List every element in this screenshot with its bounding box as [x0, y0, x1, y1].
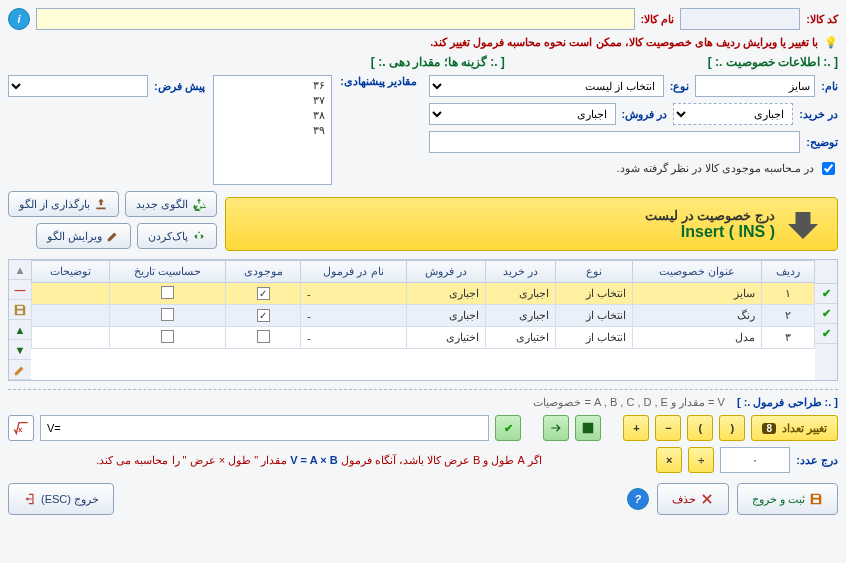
formula-hint-pre: اگر A طول و B عرض کالا باشد، آنگاه فرمول — [341, 454, 542, 466]
list-item[interactable]: ۳۶ — [218, 78, 328, 93]
insert-label-1: درج خصوصیت در لیست — [645, 208, 775, 223]
options-section-title: [ .: گزینه ها؛ مقدار دهی .: ] — [371, 55, 505, 69]
specs-grid[interactable]: ردیف عنوان خصوصیت نوع در خرید در فروش نا… — [31, 260, 815, 380]
delete-row-tool[interactable]: — — [9, 280, 31, 300]
paren-open-button[interactable]: ( — [719, 415, 745, 441]
edit-row-tool[interactable] — [9, 360, 31, 380]
tip-text: با تغییر یا ویرایش ردیف های خصوصیت کالا،… — [430, 36, 818, 49]
inventory-checkbox[interactable] — [822, 162, 835, 175]
col-row[interactable]: ردیف — [761, 261, 815, 283]
formula-input[interactable] — [40, 415, 489, 441]
spec-type-select[interactable]: انتخاب از لیست — [429, 75, 664, 97]
plus-button[interactable]: + — [623, 415, 649, 441]
scroll-up-tool[interactable]: ▲ — [9, 260, 31, 280]
col-buy[interactable]: در خرید — [486, 261, 556, 283]
recycle-icon — [192, 197, 206, 211]
table-row[interactable]: ۱سایزانتخاب ازاجباریاجباری- — [32, 283, 815, 305]
info-icon[interactable]: i — [8, 8, 30, 30]
exit-button[interactable]: خروج (ESC) — [8, 483, 114, 515]
spec-buy-select[interactable]: اجباری — [673, 103, 793, 125]
list-item[interactable]: ۳۷ — [218, 93, 328, 108]
arrow-right-icon — [549, 421, 563, 435]
clear-button[interactable]: پاک‌کردن — [137, 223, 217, 249]
clear-label: پاک‌کردن — [148, 230, 188, 243]
formula-check-button[interactable]: ✔ — [495, 415, 521, 441]
grid-side-toolbar: ▲ — ▲ ▼ — [9, 260, 31, 380]
formula-func-button[interactable]: x — [8, 415, 34, 441]
arrow-down-icon — [785, 206, 821, 242]
divide-button[interactable]: ÷ — [688, 447, 714, 473]
change-count-label: تغییر تعداد — [782, 422, 827, 435]
edit-pattern-button[interactable]: ویرایش الگو — [36, 223, 131, 249]
suggest-values-list[interactable]: ۳۶ ۳۷ ۳۸ ۳۹ — [213, 75, 333, 185]
spec-type-label: نوع: — [670, 80, 690, 93]
row-ok-icon: ✔ — [815, 324, 837, 344]
move-down-tool[interactable]: ▼ — [9, 340, 31, 360]
product-code-label: کد کالا: — [806, 13, 838, 26]
formula-edit-button[interactable] — [575, 415, 601, 441]
exit-label: خروج (ESC) — [41, 493, 99, 506]
new-pattern-label: الگوی جدید — [136, 198, 188, 211]
row-ok-icon: ✔ — [815, 304, 837, 324]
paren-close-button[interactable]: ) — [687, 415, 713, 441]
bulb-icon: 💡 — [824, 36, 838, 49]
spec-sell-select[interactable]: اجباری — [429, 103, 616, 125]
new-pattern-button[interactable]: الگوی جدید — [125, 191, 217, 217]
col-type[interactable]: نوع — [555, 261, 632, 283]
formula-legend: V = مقدار و A , B , C , D , E = خصوصیات — [533, 396, 725, 409]
spec-desc-input[interactable] — [429, 131, 800, 153]
specs-section-title: [ .: اطلاعات خصوصیت .: ] — [708, 55, 838, 69]
formula-arrow-button[interactable] — [543, 415, 569, 441]
spec-desc-label: توضیح: — [806, 136, 838, 149]
list-item[interactable]: ۳۸ — [218, 108, 328, 123]
col-inv[interactable]: موجودی — [225, 261, 300, 283]
table-row[interactable]: ۲رنگانتخاب ازاجباریاجباری- — [32, 305, 815, 327]
insert-num-label: درج عدد: — [796, 454, 838, 467]
svg-text:x: x — [18, 425, 23, 434]
delete-label: حذف — [672, 493, 696, 506]
default-select[interactable] — [8, 75, 148, 97]
upload-icon — [94, 197, 108, 211]
spec-buy-label: در خرید: — [799, 108, 838, 121]
col-sell[interactable]: در فروش — [406, 261, 486, 283]
x-icon — [700, 492, 714, 506]
spec-sell-label: در فروش: — [622, 108, 668, 121]
insert-button[interactable]: درج خصوصیت در لیست Insert ( INS ) — [225, 197, 838, 251]
row-ok-icon: ✔ — [815, 284, 837, 304]
door-exit-icon — [23, 492, 37, 506]
col-desc[interactable]: توضیحات — [32, 261, 110, 283]
sqrt-x-icon: x — [13, 420, 29, 436]
load-pattern-button[interactable]: بارگذاری از الگو — [8, 191, 119, 217]
multiply-button[interactable]: × — [656, 447, 682, 473]
formula-title: [ .: طراحی فرمول .: ] — [737, 396, 838, 409]
pencil-icon — [106, 229, 120, 243]
floppy-icon — [809, 492, 823, 506]
table-row[interactable]: ۳مدلانتخاب ازاختیاریاختیاری- — [32, 327, 815, 349]
spec-name-input[interactable] — [695, 75, 815, 97]
move-up-tool[interactable]: ▲ — [9, 320, 31, 340]
default-label: پیش فرض: — [154, 80, 205, 93]
inventory-checkbox-label: در مـحاسبه موجودی کالا در نظر گرفته شود. — [617, 162, 814, 175]
formula-hint-post: مقدار " طول × عرض " را محاسبه می کند. — [96, 454, 287, 466]
formula-hint-formula: V = A × B — [290, 454, 337, 466]
product-code-input[interactable] — [680, 8, 800, 30]
change-count-button[interactable]: تغییر تعداد 8 — [751, 415, 838, 441]
load-pattern-label: بارگذاری از الگو — [19, 198, 90, 211]
save-exit-button[interactable]: ثبت و خروج — [737, 483, 838, 515]
col-title[interactable]: عنوان خصوصیت — [632, 261, 761, 283]
save-row-tool[interactable] — [9, 300, 31, 320]
product-name-input[interactable] — [36, 8, 635, 30]
col-date[interactable]: حساسیت تاریخ — [110, 261, 226, 283]
recycle-icon — [192, 229, 206, 243]
edit-pattern-label: ویرایش الگو — [47, 230, 102, 243]
pencil-icon — [13, 363, 27, 377]
help-icon[interactable]: ? — [627, 488, 649, 510]
floppy-icon — [13, 303, 27, 317]
insert-num-input[interactable] — [720, 447, 790, 473]
delete-button[interactable]: حذف — [657, 483, 729, 515]
col-fname[interactable]: نام در فرمول — [301, 261, 407, 283]
minus-button[interactable]: − — [655, 415, 681, 441]
spec-name-label: نام: — [821, 80, 838, 93]
pencil-square-icon — [581, 421, 595, 435]
list-item[interactable]: ۳۹ — [218, 123, 328, 138]
